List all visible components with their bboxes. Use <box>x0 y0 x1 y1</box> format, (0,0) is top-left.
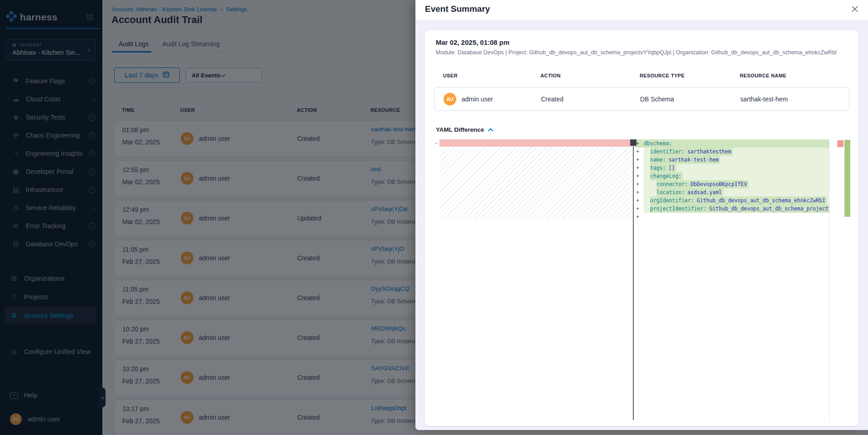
diff-left-pane <box>439 139 632 420</box>
diff-added-line: + projectIdentifier:Github_db_devops_aut… <box>635 205 829 213</box>
added-line-marker: + <box>635 148 644 156</box>
overview-added-marker <box>844 140 850 217</box>
removed-line-marker: − <box>435 140 438 146</box>
diff-right-pane: + dbschema: + identifier:sarthaktesthem … <box>635 139 829 420</box>
event-user: admin user <box>462 96 493 103</box>
yaml-key: identifier <box>650 148 681 155</box>
yaml-key: connector <box>656 181 685 187</box>
drawer-body: Mar 02, 2025, 01:08 pm Module: Database … <box>415 20 868 430</box>
yaml-key: orgIdentifier <box>650 197 691 204</box>
added-line-marker: + <box>635 156 644 164</box>
event-timestamp: Mar 02, 2025, 01:08 pm <box>436 38 510 46</box>
yaml-value: DbDevopsoBKpcpIfEV <box>690 181 747 187</box>
event-action: Created <box>541 96 640 103</box>
chevron-up-icon <box>488 126 493 133</box>
empty-region-hatch <box>439 147 632 219</box>
added-line-marker: + <box>635 180 644 188</box>
yaml-diff-viewer: − + dbschema: + <box>434 139 851 420</box>
removed-line-bar <box>439 139 632 147</box>
diff-added-line: + dbschema: <box>635 139 829 148</box>
yaml-key: projectIdentifier <box>650 206 704 212</box>
event-resource-type: DB Schema <box>640 96 740 103</box>
close-icon[interactable] <box>852 6 859 13</box>
yaml-key: location <box>656 189 681 196</box>
diff-added-line: + connector:DbDevopsoBKpcpIfEV <box>635 180 829 188</box>
event-resource-name: sarthak-test-hem <box>740 96 849 103</box>
yaml-value: sarthaktesthem <box>687 148 731 155</box>
added-line-marker: + <box>635 172 644 180</box>
event-summary-card: Mar 02, 2025, 01:08 pm Module: Database … <box>425 30 858 426</box>
column-resource-name: RESOURCE NAME <box>740 73 849 78</box>
diff-added-line: + orgIdentifier:Github_db_devops_aut_db_… <box>635 196 829 205</box>
diff-added-line: + name:sarthak-test-hem <box>635 156 829 164</box>
diff-added-line: + changeLog: <box>635 172 829 180</box>
event-meta: Module: Database DevOps | Project: Githu… <box>436 49 848 56</box>
event-table-header: USER ACTION RESOURCE TYPE RESOURCE NAME <box>434 73 849 78</box>
diff-sash[interactable] <box>633 139 634 420</box>
diff-added-line: + location:asdsad.yaml <box>635 188 829 196</box>
added-line-marker: + <box>635 205 644 213</box>
event-table-row: AU admin user Created DB Schema sarthak-… <box>434 87 849 111</box>
yaml-key: changeLog <box>650 173 678 179</box>
diff-added-line: + tags:[] <box>635 164 829 172</box>
diff-added-line: + : <box>635 213 829 221</box>
drawer-title: Event Summary <box>425 4 490 14</box>
yaml-value: sarthak-test-hem <box>669 157 719 163</box>
yaml-value: Github_db_devops_aut_db_schema_ehnkcZwRb… <box>697 197 825 204</box>
added-line-marker: + <box>635 188 644 196</box>
yaml-difference-toggle[interactable]: YAML Difference <box>436 126 493 133</box>
drawer-header: Event Summary <box>415 0 868 20</box>
column-resource-type: RESOURCE TYPE <box>640 73 740 78</box>
diff-sash-handle[interactable] <box>630 139 637 146</box>
column-action: ACTION <box>540 73 640 78</box>
yaml-key: dbschema <box>644 140 669 147</box>
overview-removed-marker <box>837 140 844 147</box>
avatar: AU <box>444 93 456 105</box>
yaml-key: name <box>650 157 663 163</box>
yaml-value: Github_db_devops_aut_db_schema_projectvY… <box>709 206 829 212</box>
yaml-value: asdsad.yaml <box>687 189 722 196</box>
added-line-marker: + <box>635 196 644 205</box>
yaml-value: [] <box>669 165 675 171</box>
diff-added-line: + identifier:sarthaktesthem <box>635 148 829 156</box>
diff-pane-edge <box>829 139 829 420</box>
event-summary-drawer: Event Summary Mar 02, 2025, 01:08 pm Mod… <box>415 0 868 430</box>
yaml-key: tags <box>650 165 663 171</box>
added-line-marker: + <box>635 213 644 221</box>
added-line-marker: + <box>635 164 644 172</box>
column-user: USER <box>443 73 540 78</box>
